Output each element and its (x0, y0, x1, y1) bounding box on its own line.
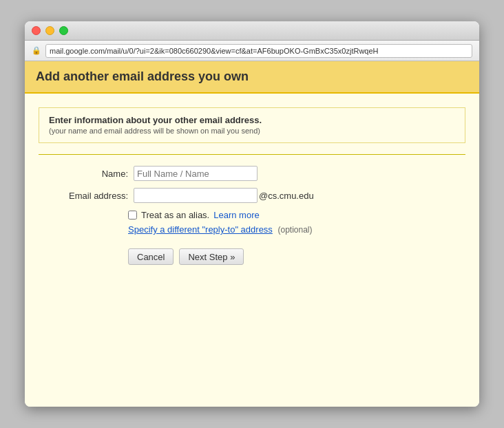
name-row: Name: (39, 166, 465, 181)
info-heading-text: Enter information about your other email… (49, 115, 262, 125)
learn-more-link[interactable]: Learn more (213, 210, 259, 220)
name-input[interactable] (134, 166, 258, 181)
alias-checkbox[interactable] (128, 211, 137, 220)
form-section: Enter information about your other email… (25, 94, 479, 279)
minimize-button[interactable] (45, 26, 54, 35)
page-title: Add another email address you own (36, 69, 468, 84)
email-label: Email address: (52, 191, 128, 201)
button-row: Cancel Next Step » (39, 248, 465, 265)
alias-label: Treat as an alias. (141, 210, 209, 220)
titlebar (25, 21, 479, 41)
reply-to-link[interactable]: Specify a different "reply-to" address (128, 224, 273, 235)
info-heading: Enter information about your other email… (49, 115, 455, 136)
optional-text: (optional) (278, 225, 313, 235)
cancel-button[interactable]: Cancel (128, 248, 174, 265)
url-input[interactable]: mail.google.com/mail/u/0/?ui=2&ik=080c66… (45, 44, 472, 58)
page-content: Add another email address you own Enter … (25, 61, 479, 407)
reply-to-row: Specify a different "reply-to" address (… (39, 224, 465, 235)
next-step-button[interactable]: Next Step » (179, 248, 244, 265)
addressbar: 🔒 mail.google.com/mail/u/0/?ui=2&ik=080c… (25, 41, 479, 61)
email-row: Email address: @cs.cmu.edu (39, 188, 465, 203)
email-input[interactable] (134, 188, 258, 203)
lock-icon: 🔒 (32, 46, 41, 55)
info-box: Enter information about your other email… (39, 107, 465, 143)
info-subtext: (your name and email address will be sho… (49, 127, 260, 135)
checkbox-row: Treat as an alias. Learn more (39, 210, 465, 220)
maximize-button[interactable] (59, 26, 68, 35)
browser-window: 🔒 mail.google.com/mail/u/0/?ui=2&ik=080c… (25, 21, 479, 407)
name-label: Name: (52, 169, 128, 179)
divider (39, 154, 465, 155)
page-header: Add another email address you own (25, 61, 479, 94)
url-text: mail.google.com/mail/u/0/?ui=2&ik=080c66… (50, 47, 379, 55)
close-button[interactable] (32, 26, 41, 35)
email-domain: @cs.cmu.edu (259, 191, 314, 201)
